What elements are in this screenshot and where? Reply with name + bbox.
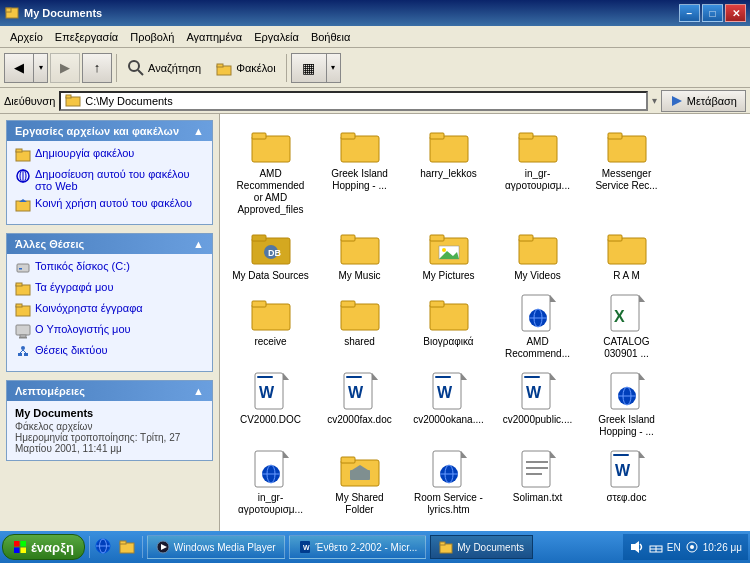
folders-button[interactable]: Φακέλοι	[209, 52, 281, 84]
file-item[interactable]: in_gr-αγροτουρισμ...	[228, 446, 313, 520]
svg-line-3	[138, 70, 143, 75]
file-label: harry_lekkos	[420, 168, 477, 180]
file-item[interactable]: Messenger Service Rec...	[584, 122, 669, 220]
sidebar-link-shared-docs[interactable]: Κοινόχρηστα έγγραφα	[15, 302, 204, 318]
svg-rect-56	[341, 304, 379, 330]
file-icon: W	[429, 372, 469, 412]
taskbar-folder-icon[interactable]	[118, 537, 138, 557]
svg-marker-82	[461, 373, 467, 380]
svg-line-28	[23, 350, 26, 353]
file-item[interactable]: W στεφ.doc	[584, 446, 669, 520]
sidebar-link-create-folder[interactable]: Δημιουργία φακέλου	[15, 147, 204, 163]
file-item[interactable]: Greek Island Hopping - ...	[584, 368, 669, 442]
file-item[interactable]: Greek Island Hopping - ...	[317, 122, 402, 220]
taskbar-ie-icon[interactable]	[94, 537, 114, 557]
file-item[interactable]: W cv2000okana....	[406, 368, 491, 442]
svg-rect-1	[6, 8, 11, 12]
taskbar-media-player-btn[interactable]: Windows Media Player	[147, 535, 285, 559]
address-dropdown-arrow[interactable]: ▾	[652, 95, 657, 106]
taskbar-folder-btn[interactable]: My Documents	[430, 535, 533, 559]
address-field[interactable]: C:\My Documents	[59, 91, 648, 111]
sidebar-section-details-header[interactable]: Λεπτομέρειες ▲	[7, 381, 212, 401]
svg-rect-73	[257, 376, 273, 378]
minimize-button[interactable]: −	[679, 4, 700, 22]
file-item[interactable]: My Pictures	[406, 224, 491, 286]
svg-marker-77	[372, 373, 378, 380]
svg-rect-53	[608, 235, 622, 241]
svg-rect-52	[608, 238, 646, 264]
file-item[interactable]: My Music	[317, 224, 402, 286]
file-item[interactable]: in_gr-αγροτουρισμ...	[495, 122, 580, 220]
file-item[interactable]: W CV2000.DOC	[228, 368, 313, 442]
back-button[interactable]: ◀	[4, 53, 34, 83]
svg-text:W: W	[348, 384, 364, 401]
menu-edit[interactable]: Επεξεργασία	[49, 29, 124, 45]
svg-rect-88	[524, 376, 540, 378]
file-item[interactable]: shared	[317, 290, 402, 364]
file-label: My Music	[338, 270, 380, 282]
file-icon	[518, 294, 558, 334]
file-icon	[518, 126, 558, 166]
file-label: cv2000fax.doc	[327, 414, 392, 426]
up-button[interactable]: ↑	[82, 53, 112, 83]
file-item[interactable]: Room Service - lyrics.htm	[406, 446, 491, 520]
sidebar-link-my-documents[interactable]: Τα έγγραφά μου	[15, 281, 204, 297]
toolbar-separator-1	[116, 54, 117, 82]
folder-icon	[439, 540, 453, 554]
file-item[interactable]: W cv2000fax.doc	[317, 368, 402, 442]
sidebar-section-tasks-header[interactable]: Εργασίες αρχείων και φακέλων ▲	[7, 121, 212, 141]
file-label: Greek Island Hopping - ...	[321, 168, 398, 192]
file-item[interactable]: R A M	[584, 224, 669, 286]
file-item[interactable]: My Videos	[495, 224, 580, 286]
toolbar: ◀ ▾ ▶ ↑ Αναζήτηση Φακέλοι ▦ ▾	[0, 48, 750, 88]
start-button[interactable]: έναρξη	[2, 534, 85, 560]
folders-icon	[215, 59, 233, 77]
file-item[interactable]: W cv2000public....	[495, 368, 580, 442]
menu-help[interactable]: Βοήθεια	[305, 29, 356, 45]
search-button[interactable]: Αναζήτηση	[121, 52, 207, 84]
svg-marker-98	[283, 451, 289, 458]
forward-button[interactable]: ▶	[50, 53, 80, 83]
view-button[interactable]: ▦	[291, 53, 327, 83]
file-item[interactable]: Βιογραφικά	[406, 290, 491, 364]
sidebar-link-local-disk[interactable]: Τοπικός δίσκος (C:)	[15, 260, 204, 276]
sidebar-section-places: Άλλες Θέσεις ▲ Τοπικός δίσκος (C:) Τα έγ…	[6, 233, 213, 372]
sidebar-link-publish-web[interactable]: Δημοσίευση αυτού του φακέλου στο Web	[15, 168, 204, 192]
menu-view[interactable]: Προβολή	[124, 29, 180, 45]
taskbar-word-btn[interactable]: W Ένθετο 2-2002 - Micr...	[289, 535, 427, 559]
shared-docs-icon	[15, 302, 31, 318]
file-item[interactable]: receive	[228, 290, 313, 364]
svg-marker-108	[461, 451, 467, 458]
svg-rect-78	[346, 376, 362, 378]
view-dropdown[interactable]: ▾	[327, 53, 341, 83]
sidebar-link-my-computer[interactable]: Ο Υπολογιστής μου	[15, 323, 204, 339]
tray-lang: EN	[667, 542, 681, 553]
go-button[interactable]: Μετάβαση	[661, 90, 746, 112]
menu-favorites[interactable]: Αγαπημένα	[180, 29, 248, 45]
file-label: Room Service - lyrics.htm	[410, 492, 487, 516]
svg-text:DB: DB	[268, 248, 281, 258]
file-item[interactable]: DB My Data Sources	[228, 224, 313, 286]
svg-rect-55	[252, 301, 266, 307]
file-item[interactable]: Soliman.txt	[495, 446, 580, 520]
file-icon: W	[518, 372, 558, 412]
file-item[interactable]: harry_lekkos	[406, 122, 491, 220]
svg-rect-26	[24, 353, 28, 356]
sidebar-section-details-content: My Documents Φάκελος αρχείων Ημερομηνία …	[7, 401, 212, 460]
sidebar-link-network[interactable]: Θέσεις δικτύου	[15, 344, 204, 360]
file-label: Soliman.txt	[513, 492, 562, 504]
sidebar-link-share-folder[interactable]: Κοινή χρήση αυτού του φακέλου	[15, 197, 204, 213]
back-dropdown[interactable]: ▾	[34, 53, 48, 83]
file-icon: W	[340, 372, 380, 412]
menu-tools[interactable]: Εργαλεία	[248, 29, 305, 45]
close-button[interactable]: ✕	[725, 4, 746, 22]
file-item[interactable]: AMD Recommend...	[495, 290, 580, 364]
sidebar-section-places-header[interactable]: Άλλες Θέσεις ▲	[7, 234, 212, 254]
file-item[interactable]: My Shared Folder	[317, 446, 402, 520]
menu-file[interactable]: Αρχείο	[4, 29, 49, 45]
file-item[interactable]: AMD Recommended or AMD Approved_files	[228, 122, 313, 220]
maximize-button[interactable]: □	[702, 4, 723, 22]
sidebar-section-tasks: Εργασίες αρχείων και φακέλων ▲ Δημιουργί…	[6, 120, 213, 225]
file-item[interactable]: X CATALOG 030901 ...	[584, 290, 669, 364]
detail-date: Ημερομηνία τροποποίησης: Τρίτη, 27 Μαρτί…	[15, 432, 204, 454]
